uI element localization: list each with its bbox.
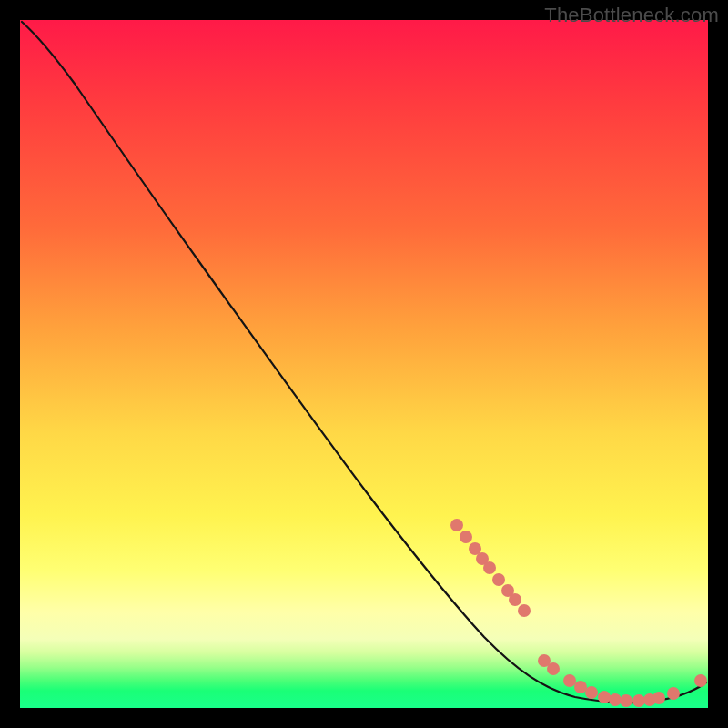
marker — [609, 693, 622, 706]
marker — [694, 674, 707, 687]
marker-group — [450, 519, 707, 707]
marker — [632, 694, 645, 707]
marker — [585, 686, 598, 699]
plot-area — [20, 20, 708, 708]
marker — [492, 573, 505, 586]
marker — [460, 531, 472, 543]
marker — [652, 692, 665, 704]
marker — [667, 687, 680, 700]
marker — [547, 662, 560, 675]
marker — [620, 694, 632, 707]
watermark: TheBottleneck.com — [544, 4, 719, 27]
bottleneck-curve — [22, 22, 706, 703]
marker — [574, 681, 587, 693]
chart-svg — [20, 20, 708, 708]
marker — [483, 561, 496, 574]
marker — [598, 691, 611, 703]
marker — [509, 593, 521, 606]
marker — [450, 519, 463, 531]
chart-container: TheBottleneck.com — [0, 0, 728, 728]
marker — [563, 674, 576, 687]
marker — [518, 604, 531, 617]
